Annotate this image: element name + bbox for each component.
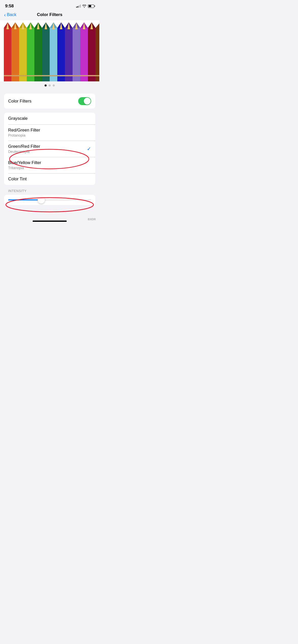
wifi-icon: [82, 5, 86, 8]
red-green-title: Red/Green Filter: [8, 128, 91, 133]
page-title: Color Filters: [37, 12, 62, 17]
blue-yellow-filter-row[interactable]: Blue/Yellow Filter Tritanopia: [4, 157, 95, 173]
green-red-text: Green/Red Filter Deuteranopia: [8, 144, 87, 154]
color-tint-row[interactable]: Color Tint: [4, 173, 95, 185]
svg-rect-15: [27, 75, 34, 76]
svg-rect-11: [19, 75, 27, 76]
svg-rect-39: [73, 75, 80, 76]
svg-marker-20: [42, 22, 50, 81]
green-red-title: Green/Red Filter: [8, 144, 87, 149]
color-tint-text: Color Tint: [8, 177, 91, 182]
color-filters-label: Color Filters: [8, 99, 32, 104]
svg-rect-35: [65, 75, 73, 76]
slider-container: [4, 195, 95, 205]
pencils-image: [0, 20, 99, 81]
green-red-filter-row[interactable]: Green/Red Filter Deuteranopia ✓: [4, 141, 95, 157]
svg-marker-36: [73, 22, 80, 81]
svg-rect-31: [57, 75, 65, 76]
dot-1: [45, 84, 47, 86]
svg-marker-44: [88, 22, 96, 81]
svg-marker-0: [4, 22, 11, 81]
svg-marker-32: [65, 22, 73, 81]
svg-marker-16: [34, 22, 42, 81]
back-button[interactable]: ‹ Back: [4, 12, 16, 17]
svg-rect-49: [96, 75, 99, 76]
signal-bars-icon: [76, 5, 81, 8]
svg-marker-12: [27, 22, 34, 81]
slider-track: [8, 199, 91, 200]
slider-fill: [8, 199, 41, 200]
blue-yellow-subtitle: Tritanopia: [8, 166, 91, 170]
selected-checkmark: ✓: [87, 146, 91, 152]
intensity-slider[interactable]: [38, 196, 45, 203]
nav-bar: ‹ Back Color Filters: [0, 10, 99, 20]
svg-marker-40: [80, 22, 88, 81]
color-tint-title: Color Tint: [8, 177, 91, 182]
home-indicator-area: BXDR: [0, 209, 99, 224]
red-green-subtitle: Protanopia: [8, 133, 91, 137]
svg-marker-8: [19, 22, 27, 81]
svg-rect-7: [11, 75, 19, 76]
svg-marker-24: [50, 22, 57, 81]
svg-marker-28: [57, 22, 65, 81]
color-filters-section: Color Filters: [4, 94, 95, 109]
filter-options-section: Grayscale Red/Green Filter Protanopia Gr…: [4, 113, 95, 185]
dot-2: [49, 84, 51, 86]
watermark: BXDR: [88, 218, 96, 221]
grayscale-row[interactable]: Grayscale: [4, 113, 95, 124]
svg-rect-23: [42, 75, 50, 76]
pagination-dots: [0, 81, 99, 90]
red-green-text: Red/Green Filter Protanopia: [8, 128, 91, 137]
status-icons: [76, 5, 94, 8]
svg-rect-3: [4, 75, 11, 76]
toggle-knob: [84, 98, 91, 105]
back-chevron-icon: ‹: [4, 12, 6, 17]
dot-3: [53, 84, 55, 86]
back-label: Back: [7, 12, 17, 17]
pencils-svg: [0, 20, 99, 81]
svg-marker-48: [96, 23, 99, 81]
svg-marker-4: [11, 22, 19, 81]
intensity-section: INTENSITY: [4, 189, 95, 205]
svg-rect-47: [88, 75, 96, 76]
red-green-filter-row[interactable]: Red/Green Filter Protanopia: [4, 124, 95, 141]
svg-rect-27: [50, 75, 57, 76]
green-red-subtitle: Deuteranopia: [8, 150, 87, 154]
battery-icon: [88, 5, 94, 8]
status-bar: 9:58: [0, 0, 99, 10]
blue-yellow-text: Blue/Yellow Filter Tritanopia: [8, 160, 91, 170]
color-filters-toggle[interactable]: [78, 97, 91, 105]
status-time: 9:58: [5, 4, 14, 9]
svg-rect-43: [80, 75, 88, 76]
blue-yellow-title: Blue/Yellow Filter: [8, 160, 91, 165]
svg-rect-19: [34, 75, 42, 76]
intensity-label: INTENSITY: [4, 189, 95, 195]
color-filters-row[interactable]: Color Filters: [4, 94, 95, 109]
home-indicator: [33, 221, 67, 222]
grayscale-title: Grayscale: [8, 116, 91, 121]
grayscale-text: Grayscale: [8, 116, 91, 121]
